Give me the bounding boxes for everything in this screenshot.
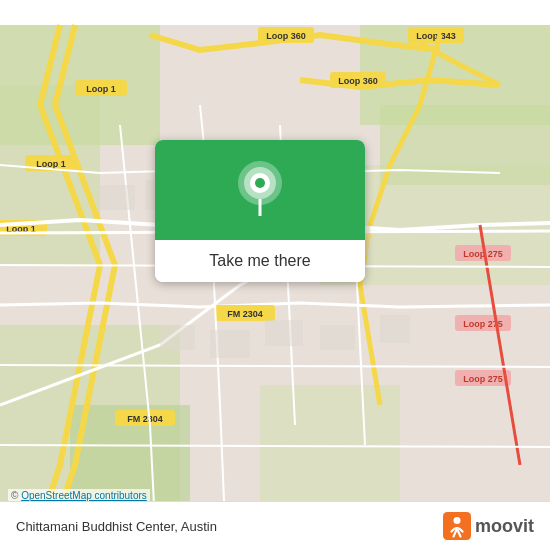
- svg-rect-37: [210, 330, 250, 358]
- card-green-header: [155, 140, 365, 240]
- svg-rect-36: [160, 325, 195, 350]
- map-container: Loop 1 Loop 1 Loop 1 Loop 360 Loop 360 L…: [0, 0, 550, 550]
- svg-text:Loop 343: Loop 343: [416, 31, 456, 41]
- bottom-bar: Chittamani Buddhist Center, Austin moovi…: [0, 501, 550, 550]
- osm-text: ©: [11, 490, 21, 501]
- svg-rect-4: [0, 85, 100, 265]
- take-me-there-card: Take me there: [155, 140, 365, 282]
- svg-point-46: [453, 517, 460, 524]
- svg-text:Loop 360: Loop 360: [266, 31, 306, 41]
- moovit-logo: moovit: [443, 512, 534, 540]
- take-me-there-button[interactable]: Take me there: [155, 240, 365, 282]
- location-info: Chittamani Buddhist Center, Austin: [16, 519, 217, 534]
- svg-text:Loop 275: Loop 275: [463, 374, 503, 384]
- svg-point-44: [255, 178, 265, 188]
- svg-rect-45: [443, 512, 471, 540]
- svg-text:FM 2304: FM 2304: [127, 414, 163, 424]
- svg-rect-31: [100, 185, 135, 210]
- location-pin-icon: [234, 161, 286, 219]
- svg-rect-39: [320, 325, 355, 350]
- moovit-label: moovit: [475, 516, 534, 537]
- svg-rect-38: [265, 320, 303, 346]
- svg-text:Loop 360: Loop 360: [338, 76, 378, 86]
- osm-link[interactable]: OpenStreetMap contributors: [21, 490, 147, 501]
- moovit-icon: [443, 512, 471, 540]
- svg-text:FM 2304: FM 2304: [227, 309, 263, 319]
- svg-text:Loop 1: Loop 1: [86, 84, 116, 94]
- svg-rect-40: [380, 315, 410, 343]
